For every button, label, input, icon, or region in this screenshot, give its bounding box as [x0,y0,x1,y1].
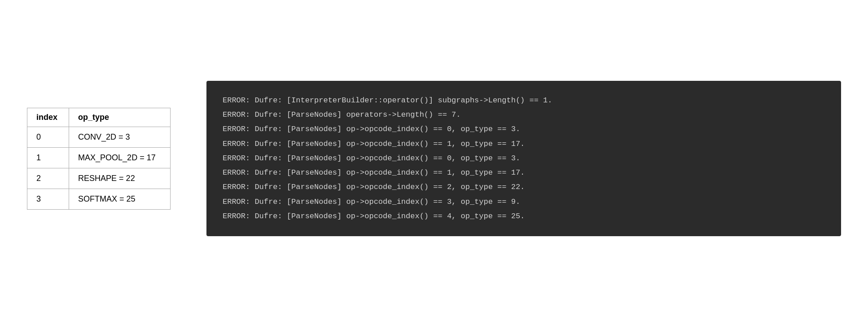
table-row: 1MAX_POOL_2D = 17 [27,147,171,168]
log-line: ERROR: Dufre: [ParseNodes] op->opcode_in… [223,122,825,136]
log-section: ERROR: Dufre: [InterpreterBuilder::opera… [206,81,841,237]
cell-index: 0 [27,127,69,147]
main-container: index op_type 0CONV_2D = 31MAX_POOL_2D =… [27,81,841,237]
log-line: ERROR: Dufre: [ParseNodes] operators->Le… [223,108,825,122]
col-index: index [27,108,69,127]
log-line: ERROR: Dufre: [ParseNodes] op->opcode_in… [223,209,825,224]
table-row: 3SOFTMAX = 25 [27,189,171,209]
table-row: 0CONV_2D = 3 [27,127,171,147]
op-type-table: index op_type 0CONV_2D = 31MAX_POOL_2D =… [27,108,171,210]
cell-op-type: CONV_2D = 3 [69,127,171,147]
log-line: ERROR: Dufre: [ParseNodes] op->opcode_in… [223,137,825,151]
cell-index: 2 [27,168,69,189]
log-line: ERROR: Dufre: [ParseNodes] op->opcode_in… [223,180,825,194]
log-line: ERROR: Dufre: [ParseNodes] op->opcode_in… [223,166,825,180]
table-header-row: index op_type [27,108,171,127]
log-container: ERROR: Dufre: [InterpreterBuilder::opera… [223,93,825,224]
cell-op-type: SOFTMAX = 25 [69,189,171,209]
cell-index: 1 [27,147,69,168]
cell-index: 3 [27,189,69,209]
cell-op-type: MAX_POOL_2D = 17 [69,147,171,168]
log-line: ERROR: Dufre: [ParseNodes] op->opcode_in… [223,151,825,166]
col-op-type: op_type [69,108,171,127]
log-line: ERROR: Dufre: [InterpreterBuilder::opera… [223,93,825,108]
log-line: ERROR: Dufre: [ParseNodes] op->opcode_in… [223,195,825,209]
cell-op-type: RESHAPE = 22 [69,168,171,189]
table-row: 2RESHAPE = 22 [27,168,171,189]
table-section: index op_type 0CONV_2D = 31MAX_POOL_2D =… [27,108,171,210]
